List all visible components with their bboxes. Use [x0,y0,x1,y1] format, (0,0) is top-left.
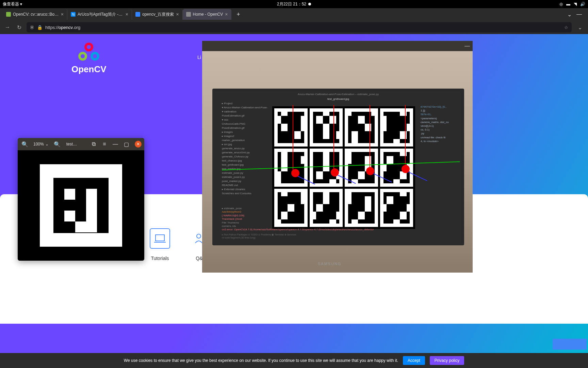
pose-origin-dot [366,167,374,175]
menu-icon[interactable]: ≡ [100,140,109,149]
browser-chrome: OpenCV: cv::aruco::Board… × 知 ArUco与Apri… [0,8,588,34]
tab-strip: OpenCV: cv::aruco::Board… × 知 ArUco与Apri… [0,8,588,20]
minimize-icon[interactable]: — [464,43,470,49]
toolbar: → ↻ ⛨ 🔒 https://opencv.org ☆ ⌄ [0,20,588,34]
minimize-icon[interactable]: — [111,140,120,149]
system-clock[interactable]: 2月22日 21：52 [277,1,306,7]
minimize-icon[interactable]: — [576,11,582,17]
url-text: https://opencv.org [45,25,80,30]
cookie-privacy-button[interactable]: Privacy policy [430,356,464,365]
close-tab-icon[interactable]: × [61,12,64,17]
tab-2[interactable]: opencv_百度搜索 × [132,9,183,20]
pose-origin-dot [291,169,299,177]
viewer-toolbar: 🔍 100% ⌄ 🔍 test… ⧉ ≡ — ▢ × [18,138,144,150]
close-icon[interactable]: × [135,141,142,148]
maximize-icon[interactable]: ▢ [122,140,131,149]
wifi-icon[interactable]: ◥ [574,2,577,6]
ide-title: Aruco-Marker-Calibration-and-Pose-Estima… [298,93,379,96]
favicon [6,12,11,17]
ide-screenshot: Aruco-Marker-Calibration-and-Pose-Estima… [215,91,461,243]
ide-project-tree: ▸ Project▾ Aruco-Marker-Calibration-and-… [222,102,268,196]
scroll-to-top-button[interactable] [553,339,587,350]
viewer-filename: test… [64,142,87,147]
nav-link-partial[interactable]: Li [197,55,201,60]
reload-button[interactable]: ↻ [15,23,23,31]
svg-rect-0 [156,235,164,241]
dual-pane-icon[interactable]: ⧉ [89,140,98,149]
pose-origin-dot [331,168,339,177]
monitor-in-photo: Aruco-Marker-Calibration-and-Pose-Estima… [212,89,464,245]
pocket-icon[interactable]: ⌄ [575,24,585,31]
svg-point-2 [197,234,201,238]
forward-button[interactable]: → [3,23,12,31]
tab-0[interactable]: OpenCV: cv::aruco::Board… × [3,9,67,20]
ide-active-tab: test_gridboard.jpg [327,97,349,101]
photo-window[interactable]: — Aruco-Marker-Calibration-and-Pose-Esti… [202,51,473,273]
tab-title: ArUco与AprilTag简介 - 知… [78,12,124,17]
pose-axis-z [405,105,406,170]
tab-title: opencv_百度搜索 [142,12,174,17]
volume-icon[interactable]: 🔊 [580,2,585,6]
pose-axis-z [293,105,293,173]
pose-origin-dot [402,165,410,173]
tab-title: Home - OpenCV [193,12,223,17]
battery-icon[interactable]: ▬ [566,2,570,6]
image-viewer-window[interactable]: 🔍 100% ⌄ 🔍 test… ⧉ ≡ — ▢ × [18,138,144,261]
notification-dot [308,3,311,5]
tab-1[interactable]: 知 ArUco与AprilTag简介 - 知… × [67,9,132,20]
photo-titlebar[interactable]: — [202,41,473,51]
pose-axis-z [333,105,334,173]
new-tab-button[interactable]: + [233,10,243,19]
feature-label: Tutorials [150,256,170,261]
feature-tutorials[interactable]: Tutorials [150,228,170,261]
cookie-banner: We use cookies to ensure that we give yo… [0,353,588,368]
close-tab-icon[interactable]: × [176,12,179,17]
favicon [186,12,191,17]
tab-title: OpenCV: cv::aruco::Board… [13,12,59,17]
tab-3[interactable]: Home - OpenCV × [183,9,232,20]
opencv-logo[interactable]: OpenCV [71,41,107,75]
ide-terminal: ▸ estimate_pose/usr/bin/python3[ WARN:0@… [222,207,410,239]
obs-icon[interactable]: ◎ [559,2,563,6]
logo-text: OpenCV [71,64,107,75]
cookie-accept-button[interactable]: Accept [403,356,425,365]
cookie-text: We use cookies to ensure that we give yo… [124,358,398,363]
favicon [135,12,140,17]
close-tab-icon[interactable]: × [126,12,128,17]
viewer-canvas [18,150,144,261]
laptop-icon [150,228,170,249]
lock-icon: 🔒 [37,25,43,30]
ide-code-fragment: 679474272e+03], [0.,1.]])567e-01,=parame… [421,105,458,143]
opencv-logo-icon [75,41,102,61]
aruco-marker [40,164,122,247]
shield-icon[interactable]: ⛨ [30,25,34,30]
monitor-brand: SAMSUNG [318,262,342,266]
system-topbar: 像查看器 ▾ 2月22日 21：52 ◎ ▬ ◥ 🔊 [0,0,588,8]
address-bar[interactable]: ⛨ 🔒 https://opencv.org ☆ [27,22,572,32]
zoom-out-icon[interactable]: 🔍 [20,140,29,149]
bookmark-star-icon[interactable]: ☆ [564,25,568,30]
pose-axis-z [370,105,370,171]
app-title[interactable]: 像查看器 ▾ [3,1,22,7]
zoom-in-icon[interactable]: 🔍 [53,140,62,149]
tabs-dropdown-icon[interactable]: ⌄ [567,11,572,18]
favicon: 知 [71,12,76,17]
close-tab-icon[interactable]: × [225,12,228,17]
zoom-level[interactable]: 100% ⌄ [31,142,51,147]
